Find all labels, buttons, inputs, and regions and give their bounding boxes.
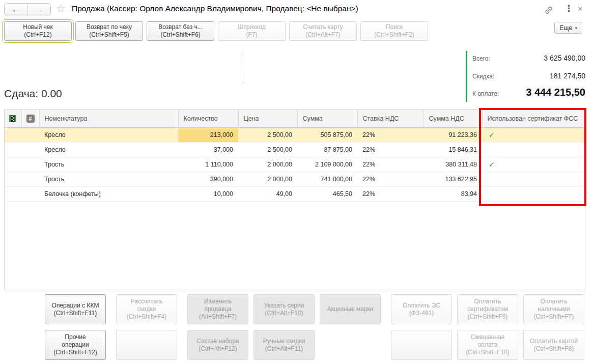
sum-cell[interactable]: 505 875,00 (297, 127, 357, 142)
fss-check-icon[interactable]: ✓ (482, 127, 585, 142)
fss-certificate-cell[interactable] (482, 142, 585, 157)
row-marker-cell[interactable] (5, 186, 21, 201)
link-icon[interactable] (544, 6, 553, 17)
quantity-cell[interactable]: 10,000 (178, 186, 238, 201)
read-card-button: Считать карту(Ctrl+Alt+F7) (289, 21, 357, 41)
row-number-column-header[interactable]: # (21, 110, 39, 127)
sum-cell[interactable]: 465,50 (297, 186, 357, 201)
more-menu-icon[interactable]: ⋮ (564, 3, 573, 14)
change-amount-label: Сдача: 0.00 (4, 88, 62, 100)
quantity-cell[interactable]: 213,000 (178, 127, 238, 142)
price-cell[interactable]: 2 000,00 (238, 157, 297, 172)
item-name-cell[interactable]: Белочка (конфеты) (39, 186, 178, 201)
vat-sum-cell[interactable]: 15 846,31 (423, 142, 482, 157)
kkm-operations-button[interactable]: Операции с ККМ(Ctrl+Shift+F11) (45, 294, 106, 324)
vat-rate-cell[interactable]: 22% (357, 186, 423, 201)
column-header-vat-rate[interactable]: Ставка НДС (357, 110, 423, 127)
button-label: Операции с ККМ (52, 302, 99, 310)
manual-discounts-button: Ручные скидки(Ctrl+Alt+F11) (253, 330, 315, 360)
pay-cash-button: Оплатить наличными(Ctrl+Shift+F7) (523, 294, 584, 324)
vat-rate-cell[interactable]: 22% (357, 172, 423, 186)
price-cell[interactable]: 2 500,00 (238, 142, 297, 157)
vat-sum-cell[interactable]: 83,94 (423, 186, 482, 201)
items-table: #НоменклатураКоличествоЦенаСуммаСтавка Н… (5, 110, 585, 202)
row-number-cell[interactable] (21, 127, 39, 142)
other-operations-button[interactable]: Прочие операции(Ctrl+Shift+F12) (45, 330, 106, 360)
item-name-cell[interactable]: Кресло (39, 127, 178, 142)
table-row: Кресло37,0002 500,0087 875,0022%15 846,3… (5, 142, 585, 157)
column-header-vat-sum[interactable]: Сумма НДС (423, 110, 482, 127)
button-label: Состав набора (196, 338, 239, 345)
button-label: Рассчитать скидки (122, 298, 171, 313)
button-shortcut: (Ctrl+Shift+F9) (468, 313, 508, 321)
button-label: Изменить продавца (193, 298, 242, 313)
column-header-sum[interactable]: Сумма (297, 110, 357, 127)
vat-sum-cell[interactable]: 133 622,95 (423, 172, 482, 186)
favorite-star-icon[interactable]: ☆ (56, 3, 66, 15)
vat-rate-cell[interactable]: 22% (357, 142, 423, 157)
total-value: 3 444 215,50 (526, 87, 585, 98)
table-row: Белочка (конфеты)10,00049,00465,5022%83,… (5, 186, 585, 201)
button-shortcut: (Ctrl+Shift+F7) (534, 313, 574, 321)
vat-rate-cell[interactable]: 22% (357, 157, 423, 172)
row-marker-column-header[interactable] (5, 110, 21, 127)
total-row: К оплате:3 444 215,50 (472, 87, 585, 98)
item-name-cell[interactable]: Кресло (39, 142, 178, 157)
column-header-fss[interactable]: Использован сертификат ФСС (482, 110, 585, 127)
close-icon[interactable]: × (578, 4, 583, 14)
button-shortcut: (Ctrl+Shift+F2) (361, 31, 428, 39)
button-label: Указать серии (264, 302, 304, 310)
button-shortcut: (Ctrl+Shift+F11) (54, 310, 97, 317)
row-marker-cell[interactable] (5, 172, 21, 186)
total-row: Всего:3 625 490,00 (472, 54, 585, 62)
new-receipt-button[interactable]: Новый чек(Ctrl+F12) (4, 21, 72, 41)
fss-certificate-cell[interactable] (482, 172, 585, 186)
item-name-cell[interactable]: Трость (39, 157, 178, 172)
column-header-name[interactable]: Номенклатура (39, 110, 178, 127)
price-cell[interactable]: 2 500,00 (238, 127, 297, 142)
button-label: Штрихкод (218, 23, 285, 31)
button-label: Оплатить ЭС (403, 302, 440, 310)
price-cell[interactable]: 49,00 (238, 186, 297, 201)
return-by-receipt-button[interactable]: Возврат по чеку(Ctrl+Shift+F5) (75, 21, 143, 41)
price-cell[interactable]: 2 000,00 (238, 172, 297, 186)
button-shortcut: (Alt+Shift+F7) (199, 313, 237, 321)
vat-sum-cell[interactable]: 380 311,48 (423, 157, 482, 172)
button-label: Возврат без ч... (147, 23, 214, 31)
return-without-receipt-button[interactable]: Возврат без ч...(Ctrl+Shift+F6) (147, 21, 214, 41)
fss-certificate-cell[interactable] (482, 186, 585, 201)
actions-row-2: Прочие операции(Ctrl+Shift+F12)Состав на… (45, 330, 584, 360)
quantity-cell[interactable]: 390,000 (178, 172, 238, 186)
sum-cell[interactable]: 741 000,00 (297, 172, 357, 186)
total-value: 181 274,50 (550, 72, 585, 80)
item-name-cell[interactable]: Трость (39, 172, 178, 186)
vat-rate-cell[interactable]: 22% (357, 127, 423, 142)
column-header-price[interactable]: Цена (238, 110, 297, 127)
row-marker-cell[interactable] (5, 157, 21, 172)
sum-cell[interactable]: 87 875,00 (297, 142, 357, 157)
button-shortcut: (Ctrl+Shift+F8) (534, 345, 574, 353)
row-marker-cell[interactable] (5, 142, 21, 157)
panel-separator (243, 49, 243, 83)
row-number-cell[interactable] (21, 157, 39, 172)
more-button[interactable]: Еще ▾ (554, 22, 582, 34)
total-label: Всего: (472, 55, 490, 62)
quantity-cell[interactable]: 1 110,000 (178, 157, 238, 172)
sum-cell[interactable]: 2 109 000,00 (297, 157, 357, 172)
column-header-qty[interactable]: Количество (178, 110, 238, 127)
row-number-cell[interactable] (21, 186, 39, 201)
button-label: Прочие операции (51, 333, 100, 349)
fss-check-icon[interactable]: ✓ (482, 157, 585, 172)
quantity-cell[interactable]: 37,000 (178, 142, 238, 157)
row-number-cell[interactable] (21, 142, 39, 157)
button-shortcut: (ФЗ-491) (409, 310, 434, 317)
button-label: Ручные скидки (263, 338, 305, 345)
table-header-row: #НоменклатураКоличествоЦенаСуммаСтавка Н… (5, 110, 585, 127)
vat-sum-cell[interactable]: 91 223,36 (423, 127, 482, 142)
row-marker-cell[interactable] (5, 127, 21, 142)
row-number-cell[interactable] (21, 172, 39, 186)
row-number-icon: # (26, 115, 35, 123)
forward-button[interactable]: → (27, 4, 51, 16)
button-shortcut: (Ctrl+Alt+F10) (265, 310, 303, 317)
back-button[interactable]: ← (5, 4, 27, 16)
